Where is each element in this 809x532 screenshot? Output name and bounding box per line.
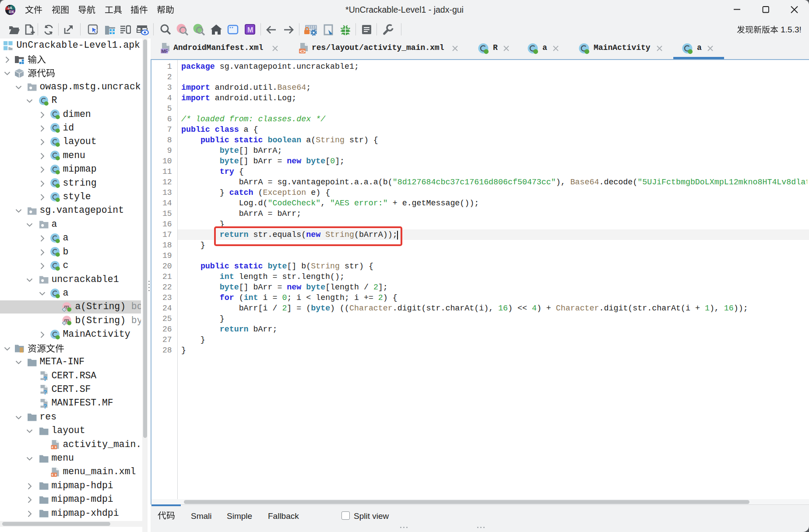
svg-text:M: M: [247, 26, 253, 34]
svg-text:MF: MF: [162, 49, 169, 54]
svg-text:<>: <>: [300, 49, 306, 54]
